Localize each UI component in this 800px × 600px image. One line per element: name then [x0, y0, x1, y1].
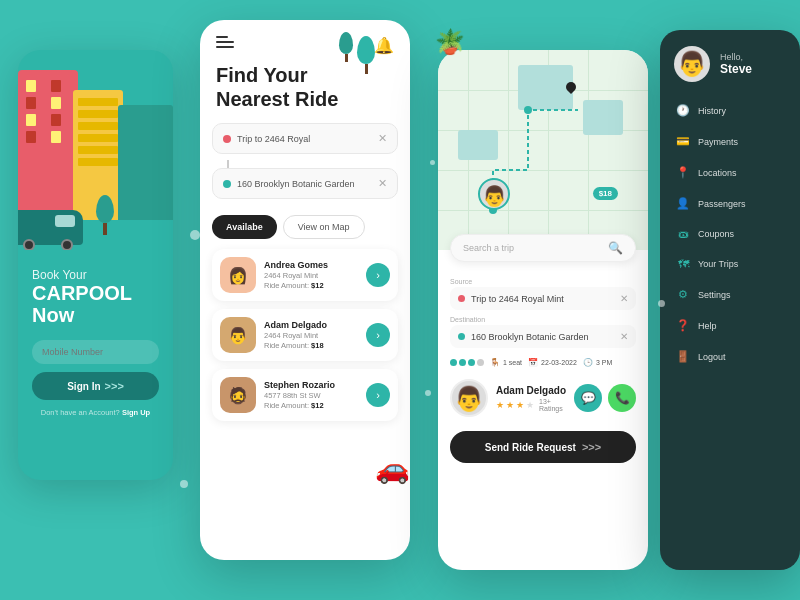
hamburger-icon[interactable]: [216, 36, 234, 48]
menu-header: 👨 Hello, Steve: [660, 30, 800, 96]
rider-name-1: Andrea Gomes: [264, 260, 358, 270]
passengers-label: Passengers: [698, 199, 746, 209]
source-label: Source: [450, 278, 636, 285]
clear-origin-icon[interactable]: ✕: [378, 132, 387, 145]
driver-section: 👨 Adam Delgado ★ ★ ★ ★ 13+ Ratings 💬 📞: [438, 373, 648, 423]
passengers-icon: 👤: [676, 197, 690, 210]
request-arrows-icon: >>>: [582, 441, 601, 453]
call-driver-button[interactable]: 📞: [608, 384, 636, 412]
screen-sidebar-menu: 👨 Hello, Steve 🕐 History 💳 Payments 📍 Lo…: [660, 30, 800, 570]
rider-amount-3: Ride Amount: $12: [264, 401, 358, 410]
trip-inputs: Trip to 2464 Royal ✕ 160 Brooklyn Botani…: [200, 123, 410, 199]
select-rider-2-button[interactable]: ›: [366, 323, 390, 347]
menu-item-payments[interactable]: 💳 Payments: [668, 127, 792, 156]
find-ride-title: Find Your Nearest Ride: [200, 63, 410, 123]
settings-icon: ⚙: [676, 288, 690, 301]
ride-card-1: 👩 Andrea Gomes 2464 Royal Mint Ride Amou…: [212, 249, 398, 301]
signup-link[interactable]: Sign Up: [122, 408, 150, 417]
menu-item-passengers[interactable]: 👤 Passengers: [668, 189, 792, 218]
rider-avatar-3: 🧔: [220, 377, 256, 413]
menu-item-settings[interactable]: ⚙ Settings: [668, 280, 792, 309]
trip-search-bar[interactable]: Search a trip 🔍: [450, 234, 636, 262]
rider-address-2: 2464 Royal Mint: [264, 331, 358, 340]
driver-ratings-count: 13+ Ratings: [539, 398, 566, 412]
tree-decoration: [96, 195, 114, 235]
driver-info: Adam Delgado ★ ★ ★ ★ 13+ Ratings: [496, 385, 566, 412]
menu-item-help[interactable]: ❓ Help: [668, 311, 792, 340]
menu-item-logout[interactable]: 🚪 Logout: [668, 342, 792, 371]
tab-available[interactable]: Availabe: [212, 215, 277, 239]
map-area: $18 👨: [438, 50, 648, 250]
van-vehicle: [18, 210, 83, 245]
building-red: [18, 70, 78, 220]
rider-avatar-2: 👨: [220, 317, 256, 353]
screen1-content: Book Your CARPOOL Now Sign In >>> Don't …: [18, 250, 173, 417]
menu-item-your-trips[interactable]: 🗺 Your Trips: [668, 250, 792, 278]
clear-destination-s3-icon[interactable]: ✕: [620, 331, 628, 342]
clear-source-icon[interactable]: ✕: [620, 293, 628, 304]
menu-item-coupons[interactable]: 🎟 Coupons: [668, 220, 792, 248]
plant-decoration: 🪴: [435, 28, 465, 56]
tab-view-on-map[interactable]: View on Map: [283, 215, 365, 239]
rider-amount-2: Ride Amount: $18: [264, 341, 358, 350]
map-price-badge: $18: [593, 187, 618, 200]
search-icon[interactable]: 🔍: [608, 241, 623, 255]
menu-item-locations[interactable]: 📍 Locations: [668, 158, 792, 187]
rider-info-3: Stephen Rozario 4577 88th St SW Ride Amo…: [264, 380, 358, 410]
rider-name-2: Adam Delgado: [264, 320, 358, 330]
ride-card-3: 🧔 Stephen Rozario 4577 88th St SW Ride A…: [212, 369, 398, 421]
search-placeholder-text: Search a trip: [463, 243, 602, 253]
select-rider-1-button[interactable]: ›: [366, 263, 390, 287]
notification-bell-icon[interactable]: 🔔: [374, 36, 394, 55]
trip-date: 📅 22-03-2022: [528, 358, 577, 367]
car-decoration: 🚗: [375, 452, 410, 485]
user-avatar: 👨: [674, 46, 710, 82]
deco-dot-3: [180, 480, 188, 488]
message-driver-button[interactable]: 💬: [574, 384, 602, 412]
destination-dot: [458, 333, 465, 340]
destination-label: Destination: [450, 316, 636, 323]
seat-count: 🪑 1 seat: [490, 358, 522, 367]
deco-dot-5: [658, 300, 665, 307]
menu-items-list: 🕐 History 💳 Payments 📍 Locations 👤 Passe…: [660, 96, 800, 371]
signin-button[interactable]: Sign In >>>: [32, 372, 159, 400]
seat-indicators: [450, 359, 484, 366]
coupons-icon: 🎟: [676, 228, 690, 240]
rider-amount-1: Ride Amount: $12: [264, 281, 358, 290]
trip-origin-input[interactable]: Trip to 2464 Royal ✕: [212, 123, 398, 154]
locations-icon: 📍: [676, 166, 690, 179]
ride-list: 👩 Andrea Gomes 2464 Royal Mint Ride Amou…: [200, 249, 410, 421]
star-2: ★: [506, 400, 514, 410]
mobile-number-input[interactable]: [32, 340, 159, 364]
view-tabs: Availabe View on Map: [200, 205, 410, 249]
deco-dot-4: [430, 160, 435, 165]
payments-label: Payments: [698, 137, 738, 147]
your-trips-icon: 🗺: [676, 258, 690, 270]
source-input-row[interactable]: Trip to 2464 Royal Mint ✕: [450, 287, 636, 310]
driver-name: Adam Delgado: [496, 385, 566, 396]
route-svg: [438, 50, 648, 250]
help-icon: ❓: [676, 319, 690, 332]
screen-map-view: $18 👨 Search a trip 🔍 Source Trip to 246…: [438, 50, 648, 570]
tree-decorations: [339, 32, 375, 74]
menu-item-history[interactable]: 🕐 History: [668, 96, 792, 125]
building-teal: [118, 105, 173, 220]
screen-carpool-booking: Book Your CARPOOL Now Sign In >>> Don't …: [18, 50, 173, 480]
ride-card-2: 👨 Adam Delgado 2464 Royal Mint Ride Amou…: [212, 309, 398, 361]
calendar-icon: 📅: [528, 358, 538, 367]
history-icon: 🕐: [676, 104, 690, 117]
send-ride-request-button[interactable]: Send Ride Request >>>: [450, 431, 636, 463]
trip-destination-input[interactable]: 160 Brooklyn Botanic Garden ✕: [212, 168, 398, 199]
trip-destination-text: 160 Brooklyn Botanic Garden: [237, 179, 372, 189]
screen2-header: 🔔: [200, 20, 410, 63]
route-dashes: [227, 160, 398, 168]
destination-input-row[interactable]: 160 Brooklyn Botanic Garden ✕: [450, 325, 636, 348]
rider-avatar-1: 👩: [220, 257, 256, 293]
svg-point-1: [524, 106, 532, 114]
deco-dot-1: [190, 230, 200, 240]
map-user-pin: 👨: [478, 178, 510, 210]
payments-icon: 💳: [676, 135, 690, 148]
user-greeting: Hello, Steve: [720, 52, 752, 76]
clear-destination-icon[interactable]: ✕: [378, 177, 387, 190]
select-rider-3-button[interactable]: ›: [366, 383, 390, 407]
